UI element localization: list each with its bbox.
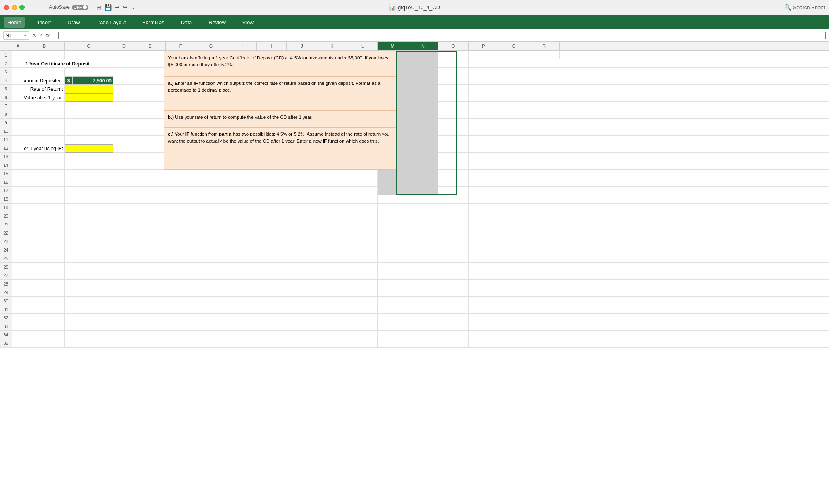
cell-C4-value[interactable]: 7,500.00 [73, 76, 113, 85]
col-header-A[interactable]: A [12, 42, 24, 50]
cell-A14[interactable] [12, 161, 24, 170]
cell-O18[interactable] [438, 195, 469, 204]
cell-B28[interactable] [24, 280, 65, 288]
cell-B29[interactable] [24, 288, 65, 297]
cell-N17[interactable] [408, 187, 438, 195]
cell-D19[interactable] [113, 204, 135, 212]
cell-B21[interactable] [24, 220, 65, 229]
cell-D11[interactable] [113, 136, 135, 144]
cell-O15[interactable] [438, 170, 469, 178]
tab-data[interactable]: Data [178, 17, 195, 28]
cell-O13[interactable] [438, 153, 469, 161]
cell-E5[interactable] [135, 85, 166, 93]
cell-D26[interactable] [113, 263, 135, 271]
cell-E2[interactable] [135, 59, 166, 68]
cell-C35[interactable] [65, 339, 113, 348]
row-header-28[interactable]: 28 [0, 280, 12, 288]
cell-A7[interactable] [12, 102, 24, 110]
cancel-formula-icon[interactable]: ✕ [32, 32, 36, 38]
cell-B24[interactable] [24, 246, 65, 254]
cell-B32[interactable] [24, 314, 65, 322]
minimize-button[interactable] [12, 5, 17, 10]
cell-N20[interactable] [408, 212, 438, 220]
cell-EL35[interactable] [135, 339, 378, 348]
col-header-E[interactable]: E [135, 42, 166, 50]
cell-B35[interactable] [24, 339, 65, 348]
cell-C28[interactable] [65, 280, 113, 288]
cell-N28[interactable] [408, 280, 438, 288]
cell-D23[interactable] [113, 237, 135, 246]
cell-C13[interactable] [65, 153, 113, 161]
col-header-H[interactable]: H [226, 42, 257, 50]
cell-O5[interactable] [438, 85, 469, 93]
cell-D3[interactable] [113, 68, 135, 76]
formula-input[interactable] [58, 32, 826, 39]
formula-fx-icon[interactable]: fx [46, 32, 50, 38]
cell-A32[interactable] [12, 314, 24, 322]
cell-D28[interactable] [113, 280, 135, 288]
cell-B4-label[interactable]: Amount Deposited: [24, 76, 65, 85]
cell-EL16[interactable] [135, 178, 378, 187]
row-header-30[interactable]: 30 [0, 297, 12, 305]
cell-C31[interactable] [65, 305, 113, 314]
cell-A2[interactable] [12, 59, 24, 68]
cell-A26[interactable] [12, 263, 24, 271]
row-header-29[interactable]: 29 [0, 288, 12, 296]
cell-N14[interactable] [408, 161, 438, 170]
cell-N7[interactable] [408, 102, 438, 110]
cell-C1[interactable] [65, 51, 113, 59]
cell-D24[interactable] [113, 246, 135, 254]
row-header-13[interactable]: 13 [0, 153, 12, 161]
cell-A17[interactable] [12, 187, 24, 195]
cell-C24[interactable] [65, 246, 113, 254]
cell-C32[interactable] [65, 314, 113, 322]
cell-A34[interactable] [12, 331, 24, 339]
cell-O35[interactable] [438, 339, 469, 348]
cell-B8[interactable] [24, 110, 65, 119]
cell-B26[interactable] [24, 263, 65, 271]
cell-B10[interactable] [24, 127, 65, 136]
cell-O12[interactable] [438, 144, 469, 153]
cell-O7[interactable] [438, 102, 469, 110]
cell-EL26[interactable] [135, 263, 378, 271]
cell-O2[interactable] [438, 59, 469, 68]
cell-E1[interactable] [135, 51, 166, 59]
cell-O28[interactable] [438, 280, 469, 288]
cell-C17[interactable] [65, 187, 113, 195]
cell-N11[interactable] [408, 136, 438, 144]
more-icon[interactable]: ⌄ [131, 4, 136, 10]
cell-EL31[interactable] [135, 305, 378, 314]
row-header-10[interactable]: 10 [0, 127, 12, 135]
cell-N16[interactable] [408, 178, 438, 187]
cell-D12[interactable] [113, 144, 135, 153]
autosave-toggle[interactable]: OFF [72, 5, 88, 10]
cell-B12[interactable]: Value after 1 year using IF: [24, 144, 65, 153]
row-header-2[interactable]: 2 [0, 59, 12, 67]
cell-M25[interactable] [378, 254, 408, 263]
cell-O32[interactable] [438, 314, 469, 322]
cell-D8[interactable] [113, 110, 135, 119]
undo-icon[interactable]: ↩ [115, 4, 120, 10]
cell-N21[interactable] [408, 220, 438, 229]
cell-A13[interactable] [12, 153, 24, 161]
cell-B19[interactable] [24, 204, 65, 212]
cell-D17[interactable] [113, 187, 135, 195]
cell-A10[interactable] [12, 127, 24, 136]
cell-O17[interactable] [438, 187, 469, 195]
col-header-F[interactable]: F [166, 42, 196, 50]
cell-B11[interactable] [24, 136, 65, 144]
cell-N24[interactable] [408, 246, 438, 254]
cell-D30[interactable] [113, 297, 135, 305]
cell-D13[interactable] [113, 153, 135, 161]
cell-B2[interactable]: 1 Year Certificate of Deposit [24, 59, 113, 68]
cell-D5[interactable] [113, 85, 135, 93]
cell-A20[interactable] [12, 212, 24, 220]
cell-N1[interactable] [408, 51, 438, 59]
row-header-1[interactable]: 1 [0, 51, 12, 59]
cell-O4[interactable] [438, 76, 469, 85]
row-header-16[interactable]: 16 [0, 178, 12, 186]
cell-C33[interactable] [65, 322, 113, 331]
cell-D15[interactable] [113, 170, 135, 178]
cell-N12[interactable] [408, 144, 438, 153]
cell-N23[interactable] [408, 237, 438, 246]
